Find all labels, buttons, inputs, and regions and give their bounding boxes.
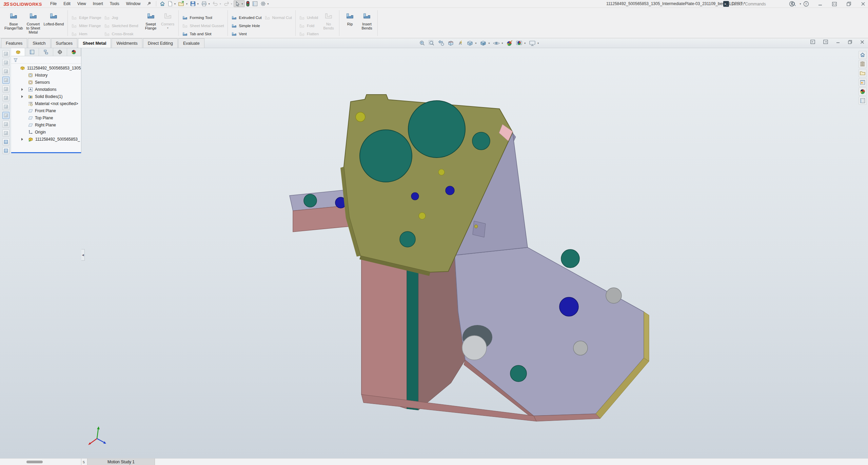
previous-view-icon[interactable] xyxy=(438,40,445,47)
expand-arrow[interactable] xyxy=(21,95,23,98)
unfold-button[interactable]: Unfold xyxy=(298,14,320,22)
rip-button[interactable]: Rip xyxy=(341,8,358,38)
zoom-to-fit-icon[interactable] xyxy=(419,40,426,47)
left-toolbar-icon-7[interactable] xyxy=(2,103,9,110)
part-model[interactable] xyxy=(0,48,868,458)
fold-button[interactable]: Fold xyxy=(298,22,320,30)
restore-icon[interactable] xyxy=(846,1,852,7)
menu-tools[interactable]: Tools xyxy=(106,0,123,7)
left-toolbar-icon-6[interactable] xyxy=(2,94,9,101)
cross-break-button[interactable]: Cross-Break xyxy=(103,30,140,38)
open-icon[interactable]: ▼ xyxy=(177,0,189,7)
tab-sketch[interactable]: Sketch xyxy=(28,38,50,48)
edge-flange-button[interactable]: Edge Flange xyxy=(70,14,102,22)
left-toolbar-icon-11[interactable] xyxy=(2,138,9,145)
no-bends-button[interactable]: NoBends xyxy=(320,8,337,38)
user-account-icon[interactable] xyxy=(789,1,795,7)
tree-item-right-plane[interactable]: Right Plane xyxy=(11,121,81,128)
swept-flange-button[interactable]: SweptFlange xyxy=(142,8,159,38)
tab-weldments[interactable]: Weldments xyxy=(112,38,142,48)
tree-item-solid-bodies[interactable]: Solid Bodies(1) xyxy=(11,93,81,100)
view-palette-icon[interactable] xyxy=(859,78,867,86)
hem-button[interactable]: Hem xyxy=(70,30,102,38)
graphics-viewport[interactable]: 111258492_500565853_1305 History Sensors… xyxy=(0,48,868,458)
tree-item-imported-feature[interactable]: 111258492_500565853_ xyxy=(11,136,81,143)
doc-close-icon[interactable] xyxy=(860,40,865,44)
normal-cut-button[interactable]: Normal Cut xyxy=(263,14,293,22)
apply-scene-icon[interactable]: ▼ xyxy=(515,40,526,47)
minimize-icon[interactable] xyxy=(817,1,823,7)
expand-arrow[interactable] xyxy=(21,88,23,91)
design-library-icon[interactable] xyxy=(859,60,867,68)
tab-evaluate[interactable]: Evaluate xyxy=(178,38,204,48)
tab-features[interactable]: Features xyxy=(1,38,27,48)
expand-arrow[interactable] xyxy=(21,138,23,141)
edit-appearance-icon[interactable] xyxy=(506,40,513,47)
dropdown-arrow[interactable]: ▼ xyxy=(208,3,210,5)
tab-configuration-manager[interactable] xyxy=(39,48,53,56)
solidworks-resources-icon[interactable] xyxy=(859,51,867,59)
tab-sheet-metal[interactable]: Sheet Metal xyxy=(78,38,111,48)
pin-menu-icon[interactable] xyxy=(146,1,151,6)
resize-icon[interactable] xyxy=(831,1,837,7)
menu-insert[interactable]: Insert xyxy=(90,0,106,7)
new-document-icon[interactable]: ▼ xyxy=(166,0,177,7)
section-view-icon[interactable] xyxy=(447,40,454,47)
convert-to-sheet-metal-button[interactable]: Convertto SheetMetal xyxy=(24,8,42,38)
file-properties-icon[interactable] xyxy=(251,0,259,7)
simple-hole-button[interactable]: Simple Hole xyxy=(230,22,263,30)
dropdown-arrow[interactable]: ▼ xyxy=(174,3,176,5)
menu-file[interactable]: File xyxy=(47,0,60,7)
miter-flange-button[interactable]: Miter Flange xyxy=(70,22,102,30)
undo-icon[interactable]: ▼ xyxy=(211,0,222,7)
help-icon[interactable]: ? xyxy=(803,1,809,7)
dropdown-arrow[interactable]: ▼ xyxy=(185,3,188,5)
display-style-icon[interactable]: ▼ xyxy=(479,40,490,47)
tree-item-origin[interactable]: Origin xyxy=(11,128,81,136)
close-icon[interactable] xyxy=(860,1,866,7)
dropdown-arrow[interactable]: ▼ xyxy=(267,3,269,5)
tab-display-manager[interactable] xyxy=(67,48,81,56)
motion-study-tab[interactable]: Motion Study 1 xyxy=(87,459,155,465)
options-gear-icon[interactable]: ▼ xyxy=(259,0,270,7)
tab-feature-tree[interactable] xyxy=(11,48,25,56)
partial-tab-label[interactable]: s xyxy=(83,460,85,464)
horizontal-scrollbar-thumb[interactable] xyxy=(26,461,43,463)
appearances-scenes-icon[interactable] xyxy=(859,87,867,96)
insert-bends-button[interactable]: InsertBends xyxy=(358,8,375,38)
dropdown-arrow[interactable]: ▼ xyxy=(166,27,169,29)
panel-collapse-handle[interactable]: ◀ xyxy=(81,249,85,261)
tab-dimxpert-manager[interactable] xyxy=(53,48,67,56)
rebuild-icon[interactable] xyxy=(245,0,251,7)
doc-restore-icon[interactable] xyxy=(848,40,852,44)
left-toolbar-icon-8[interactable] xyxy=(2,112,9,119)
tree-item-history[interactable]: History xyxy=(11,72,81,79)
dynamic-annotation-views-icon[interactable]: A xyxy=(457,40,464,47)
tab-and-slot-button[interactable]: Tab and Slot xyxy=(181,30,225,38)
lofted-bend-button[interactable]: Lofted-Bend xyxy=(42,8,65,38)
collapse-pane-left-icon[interactable] xyxy=(810,39,815,44)
feature-tree-filter[interactable] xyxy=(11,56,81,64)
vent-button[interactable]: Vent xyxy=(230,30,263,38)
dropdown-arrow[interactable]: ▼ xyxy=(537,42,539,44)
dropdown-arrow[interactable]: ▼ xyxy=(488,42,490,44)
extruded-cut-button[interactable]: Extruded Cut xyxy=(230,14,263,22)
dropdown-arrow[interactable]: ▼ xyxy=(241,3,243,5)
tree-item-sensors[interactable]: Sensors xyxy=(11,79,81,86)
custom-properties-icon[interactable] xyxy=(859,97,867,105)
home-icon[interactable] xyxy=(158,0,166,7)
left-toolbar-icon-2[interactable] xyxy=(2,59,9,66)
corners-button[interactable]: Corners ▼ xyxy=(159,8,176,38)
tree-item-annotations[interactable]: A Annotations xyxy=(11,86,81,93)
doc-minimize-icon[interactable] xyxy=(836,40,840,44)
left-toolbar-icon-1[interactable] xyxy=(2,50,9,57)
dropdown-arrow[interactable]: ▼ xyxy=(475,42,477,44)
sheet-metal-gusset-button[interactable]: Sheet Metal Gusset xyxy=(181,22,225,30)
flatten-button[interactable]: Flatten xyxy=(298,30,320,38)
redo-icon[interactable]: ▼ xyxy=(222,0,234,7)
dropdown-arrow[interactable]: ▼ xyxy=(524,42,526,44)
tab-direct-editing[interactable]: Direct Editing xyxy=(143,38,178,48)
left-toolbar-icon-10[interactable] xyxy=(2,129,9,137)
dropdown-arrow[interactable]: ▼ xyxy=(197,3,199,5)
select-arrow-icon[interactable]: ▼ xyxy=(234,0,245,7)
